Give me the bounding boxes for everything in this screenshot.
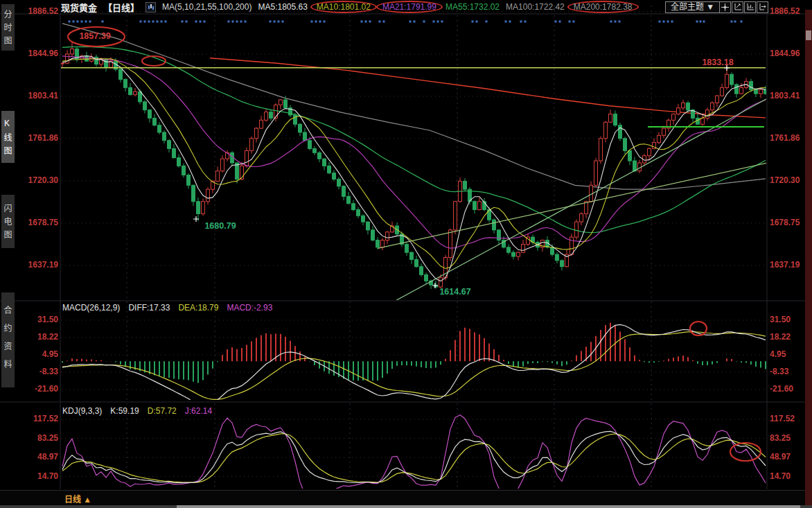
candle-body	[662, 128, 666, 135]
event-dot	[152, 21, 155, 23]
kdj-j-line	[62, 415, 766, 498]
event-dot	[734, 21, 736, 23]
candle-body	[619, 125, 622, 139]
candle-body	[405, 244, 409, 252]
period-text: 日线	[64, 495, 81, 505]
event-dot	[165, 21, 167, 23]
export-arrow-icon	[759, 3, 766, 11]
event-dot	[619, 21, 621, 23]
event-dot	[161, 21, 163, 23]
chart-pane-icon	[746, 3, 754, 11]
candle-body	[197, 202, 200, 214]
candle-body	[730, 74, 734, 85]
candle-body	[381, 240, 385, 247]
crosshair-tool-button[interactable]	[719, 1, 731, 13]
axis-tick-label: 4.95	[770, 349, 786, 359]
candle-body	[192, 185, 195, 201]
all-themes-dropdown[interactable]: 全部主题 ▼	[665, 1, 720, 13]
candle-body	[633, 161, 637, 171]
candle-body	[682, 103, 685, 107]
event-dot	[278, 21, 280, 23]
export-pane-button[interactable]	[757, 1, 768, 13]
event-dot	[573, 21, 575, 23]
event-dot	[700, 21, 702, 23]
candle-body	[371, 230, 375, 240]
candle-body	[342, 186, 346, 197]
horizontal-scrollbar[interactable]	[0, 505, 812, 508]
macd-dea-value: DEA:18.79	[178, 303, 218, 313]
axis-tick-label: 1637.19	[770, 260, 800, 270]
red-circle-annotation	[730, 443, 761, 461]
axis-tick-label: 1886.52	[770, 6, 800, 16]
candle-body	[594, 161, 598, 185]
candle-body	[337, 179, 341, 186]
period-up-arrow-icon: ▲	[83, 495, 91, 505]
axis-tick-label: 48.97	[37, 452, 58, 462]
ma21-line	[62, 56, 766, 248]
macd-histogram	[62, 323, 766, 383]
candle-body	[158, 125, 161, 132]
event-dot	[741, 21, 743, 23]
cross-marker	[432, 283, 438, 288]
dropdown-arrow-icon: ▼	[706, 2, 714, 12]
axis-scale-button[interactable]	[732, 1, 743, 13]
axis-tick-label: 31.50	[770, 315, 791, 324]
vertical-scrollbar[interactable]	[805, 10, 812, 508]
ma5-value: MA5:1805.63	[258, 2, 307, 12]
event-dot	[236, 21, 238, 23]
candle-body	[177, 158, 181, 166]
event-dots-row	[69, 21, 743, 23]
event-dot	[157, 21, 159, 23]
event-dot	[559, 21, 561, 23]
axis-tick-label: 4.95	[42, 349, 59, 359]
sidebar-tab-timeshare[interactable]: 分时图	[1, 4, 15, 51]
candle-body	[134, 91, 137, 94]
candle-body	[279, 100, 283, 105]
candle-body	[420, 267, 423, 275]
candle-body	[206, 189, 210, 202]
candle-body	[182, 166, 186, 175]
candle-body	[284, 100, 288, 108]
axis-tick-label: 14.70	[770, 471, 791, 481]
axis-tick-label: -21.60	[770, 384, 793, 394]
candle-body	[701, 118, 705, 124]
candle-body	[624, 139, 627, 151]
axis-tick-label: 1886.52	[28, 6, 59, 16]
kdj-params: KDJ(9,3,3)	[62, 406, 102, 416]
ma-params-label: MA(5,10,21,55,100,200)	[162, 2, 251, 12]
candle-body	[522, 244, 525, 252]
sidebar-tab-lightning[interactable]: 闪电图	[1, 195, 15, 248]
axis-tick-label: 1720.30	[770, 175, 800, 185]
candle-body	[202, 202, 205, 214]
period-tag: 【日线】	[103, 1, 139, 14]
sidebar-tab-contract-info[interactable]: 合约资料	[1, 292, 15, 387]
macd-bar-value: MACD:-2.93	[227, 303, 272, 313]
candle-body	[454, 202, 457, 230]
horizontal-scrollbar-thumb[interactable]	[177, 505, 800, 508]
event-dot	[204, 21, 206, 23]
candle-body	[173, 148, 176, 157]
axis-tick-label: -8.33	[770, 367, 789, 376]
event-dot	[182, 21, 184, 23]
vertical-scrollbar-thumb[interactable]	[806, 30, 811, 40]
event-dot	[486, 21, 488, 23]
macd-diff-line	[62, 324, 766, 406]
candle-body	[614, 114, 617, 125]
event-dot	[383, 21, 385, 23]
event-dot	[569, 21, 571, 23]
axis-tick-label: 1637.19	[28, 260, 59, 270]
mini-chart-icon[interactable]	[145, 2, 156, 12]
event-dot	[379, 21, 381, 23]
candle-body	[517, 252, 520, 256]
axis-tick-label: 1720.30	[28, 175, 59, 185]
candle-body	[270, 112, 273, 119]
chart-pane-button[interactable]	[744, 1, 756, 13]
candle-body	[245, 150, 249, 166]
sidebar-tab-kline[interactable]: K线图	[1, 111, 15, 163]
candle-body	[250, 139, 254, 151]
candle-body	[347, 196, 351, 203]
axis-tick-label: 1803.41	[28, 91, 59, 100]
candle-body	[187, 175, 191, 186]
candle-body	[725, 74, 729, 87]
period-selector[interactable]: 日线 ▲	[64, 493, 91, 505]
